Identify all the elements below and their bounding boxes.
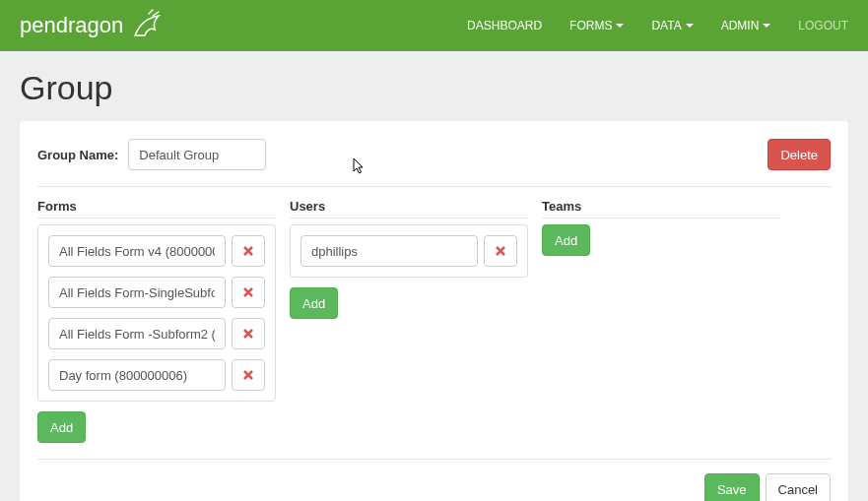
users-column: Users Add [290,199,528,443]
footer-actions: Save Cancel [37,459,831,501]
group-name-row: Group Name: [37,139,266,170]
forms-panel [37,224,276,402]
header-row: Group Name: Delete [37,139,831,187]
main-card: Group Name: Delete Forms [20,121,848,501]
forms-heading: Forms [37,199,276,219]
nav-logout[interactable]: LOGOUT [798,19,848,32]
top-navbar: pendragon DASHBOARD FORMS DATA ADMIN LOG… [0,0,868,51]
remove-button[interactable] [232,235,265,267]
form-item-input[interactable] [48,277,226,308]
add-form-button[interactable]: Add [37,411,86,443]
close-icon [242,245,254,257]
forms-column: Forms Add [37,199,276,443]
remove-button[interactable] [484,235,517,267]
nav-dashboard[interactable]: DASHBOARD [467,19,542,32]
chevron-down-icon [616,24,624,28]
remove-button[interactable] [232,318,265,349]
user-item-input[interactable] [300,235,478,267]
list-item [300,235,517,267]
nav-forms[interactable]: FORMS [569,19,624,32]
chevron-down-icon [763,24,770,28]
remove-button[interactable] [232,277,265,308]
teams-column: Teams Add [542,199,780,443]
group-name-label: Group Name: [37,148,118,162]
brand-logo[interactable]: pendragon [20,8,165,43]
form-item-input[interactable] [48,359,226,391]
nav-menu: DASHBOARD FORMS DATA ADMIN LOGOUT [467,19,848,32]
remove-button[interactable] [232,359,265,391]
nav-admin[interactable]: ADMIN [721,19,771,32]
nav-logout-label: LOGOUT [798,19,848,32]
nav-admin-label: ADMIN [721,19,760,32]
dragon-icon [129,8,165,43]
form-item-input[interactable] [48,318,226,349]
add-user-button[interactable]: Add [290,287,338,319]
list-item [48,277,265,308]
list-item [48,318,265,349]
brand-text: pendragon [20,13,123,38]
chevron-down-icon [686,24,694,28]
nav-data[interactable]: DATA [651,19,693,32]
columns: Forms Add [37,199,831,443]
close-icon [242,328,254,340]
group-name-input[interactable] [128,139,266,170]
close-icon [495,245,506,257]
nav-data-label: DATA [651,19,681,32]
nav-forms-label: FORMS [569,19,612,32]
add-team-button[interactable]: Add [542,224,590,256]
users-panel [290,224,528,278]
nav-dashboard-label: DASHBOARD [467,19,542,32]
delete-button[interactable]: Delete [768,139,831,170]
close-icon [242,286,254,298]
save-button[interactable]: Save [704,473,760,501]
cancel-button[interactable]: Cancel [766,473,831,501]
form-item-input[interactable] [48,235,226,267]
page-title: Group [20,69,848,107]
teams-heading: Teams [542,199,780,219]
users-heading: Users [290,199,528,219]
list-item [48,359,265,391]
list-item [48,235,265,267]
close-icon [242,369,254,381]
